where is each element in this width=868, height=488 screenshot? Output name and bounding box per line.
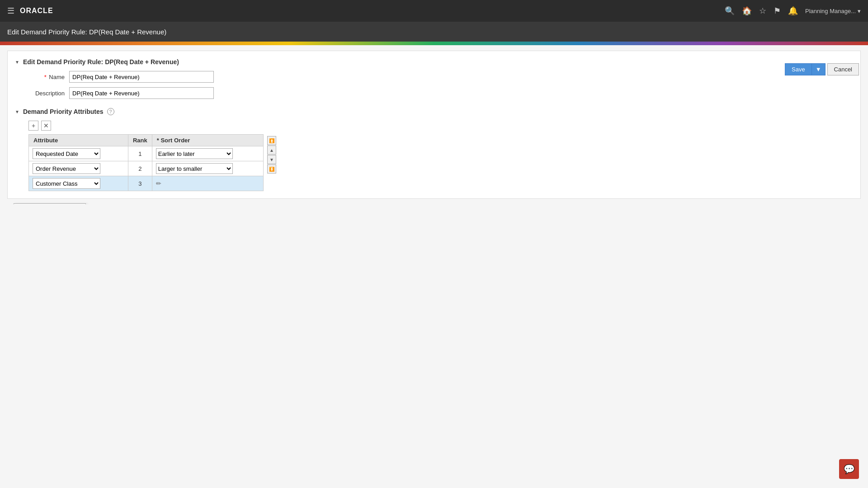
demand-priority-section: ▼ Demand Priority Attributes ? + ✕ Attri… bbox=[15, 108, 853, 191]
rank-cell-1: 1 bbox=[128, 146, 152, 161]
required-star: * bbox=[44, 74, 47, 80]
save-button[interactable]: Save bbox=[785, 63, 811, 75]
description-label: Description bbox=[15, 90, 69, 97]
sort-order-cell-3: ✏ bbox=[152, 176, 263, 191]
decorative-banner bbox=[0, 42, 868, 45]
cancel-button[interactable]: Cancel bbox=[827, 63, 859, 75]
move-up-button[interactable]: ▲ bbox=[267, 145, 276, 155]
sort-order-column-header: * Sort Order bbox=[152, 135, 263, 146]
hamburger-icon[interactable]: ☰ bbox=[7, 6, 14, 16]
attribute-cell: Order Revenue bbox=[29, 161, 128, 176]
move-bottom-button[interactable]: ⏬ bbox=[267, 164, 276, 174]
attribute-select-1[interactable]: Requested Date bbox=[33, 148, 100, 159]
sort-order-select-2[interactable]: Larger to smaller Smaller to larger bbox=[156, 163, 233, 174]
move-top-button[interactable]: ⏫ bbox=[267, 136, 276, 145]
rank-column-header: Rank bbox=[128, 135, 152, 146]
name-row: * Name bbox=[15, 71, 853, 83]
dropdown-item-available-item[interactable]: Available Item bbox=[14, 204, 85, 204]
page-title: Edit Demand Priority Rule: DP(Req Date +… bbox=[7, 28, 166, 36]
rank-cell-3: 3 bbox=[128, 176, 152, 191]
sort-order-cell-1: Earlier to later Later to earlier bbox=[152, 146, 263, 161]
delete-row-button[interactable]: ✕ bbox=[41, 121, 51, 131]
home-icon[interactable]: 🏠 bbox=[742, 6, 752, 16]
top-action-buttons: Save ▼ Cancel bbox=[785, 63, 859, 75]
attribute-select-2[interactable]: Order Revenue bbox=[33, 163, 100, 174]
attribute-dropdown-overlay[interactable]: Available Item Configuration Item Countr… bbox=[14, 203, 86, 204]
chevron-down-icon: ▾ bbox=[858, 8, 861, 14]
demand-section-collapse-arrow[interactable]: ▼ bbox=[15, 109, 19, 114]
page-title-bar: Edit Demand Priority Rule: DP(Req Date +… bbox=[0, 22, 868, 42]
help-icon[interactable]: ? bbox=[107, 108, 114, 115]
user-menu[interactable]: Planning Manage... ▾ bbox=[805, 8, 861, 14]
main-content: ▼ Edit Demand Priority Rule: DP(Req Date… bbox=[7, 51, 861, 199]
attribute-select-3[interactable]: Customer Class bbox=[33, 178, 100, 189]
section-collapse-arrow[interactable]: ▼ bbox=[15, 60, 19, 65]
name-input[interactable] bbox=[69, 71, 214, 83]
attribute-column-header: Attribute bbox=[29, 135, 128, 146]
table-row: Order Revenue 2 Larger to smaller Smalle… bbox=[29, 161, 264, 176]
save-dropdown-button[interactable]: ▼ bbox=[811, 63, 826, 75]
move-down-button[interactable]: ▼ bbox=[267, 155, 276, 164]
demand-table-toolbar: + ✕ bbox=[28, 121, 853, 131]
flag-icon[interactable]: ⚑ bbox=[774, 6, 781, 16]
search-icon[interactable]: 🔍 bbox=[725, 6, 735, 16]
demand-section-header: ▼ Demand Priority Attributes ? bbox=[15, 108, 853, 115]
oracle-logo: ORACLE bbox=[20, 7, 53, 15]
demand-priority-table: Attribute Rank * Sort Order Requested Da… bbox=[28, 134, 264, 191]
sort-order-cell-2: Larger to smaller Smaller to larger bbox=[152, 161, 263, 176]
attribute-cell: Customer Class bbox=[29, 176, 128, 191]
move-buttons-group: ⏫ ▲ ▼ ⏬ bbox=[267, 136, 276, 174]
table-row: Customer Class 3 ✏ bbox=[29, 176, 264, 191]
attribute-cell: Requested Date bbox=[29, 146, 128, 161]
demand-section-title: Demand Priority Attributes bbox=[23, 108, 104, 115]
sort-order-select-1[interactable]: Earlier to later Later to earlier bbox=[156, 148, 233, 159]
top-navigation: ☰ ORACLE 🔍 🏠 ☆ ⚑ 🔔 Planning Manage... ▾ bbox=[0, 0, 868, 22]
table-row: Requested Date 1 Earlier to later Later … bbox=[29, 146, 264, 161]
description-row: Description bbox=[15, 87, 853, 99]
name-label: * Name bbox=[15, 74, 69, 80]
rank-cell-2: 2 bbox=[128, 161, 152, 176]
bell-icon[interactable]: 🔔 bbox=[788, 6, 798, 16]
add-row-button[interactable]: + bbox=[28, 121, 38, 131]
edit-section-header: ▼ Edit Demand Priority Rule: DP(Req Date… bbox=[15, 58, 853, 66]
star-icon[interactable]: ☆ bbox=[759, 6, 766, 16]
edit-sort-icon[interactable]: ✏ bbox=[156, 180, 161, 187]
edit-section-title: Edit Demand Priority Rule: DP(Req Date +… bbox=[23, 58, 179, 66]
description-input[interactable] bbox=[69, 87, 214, 99]
